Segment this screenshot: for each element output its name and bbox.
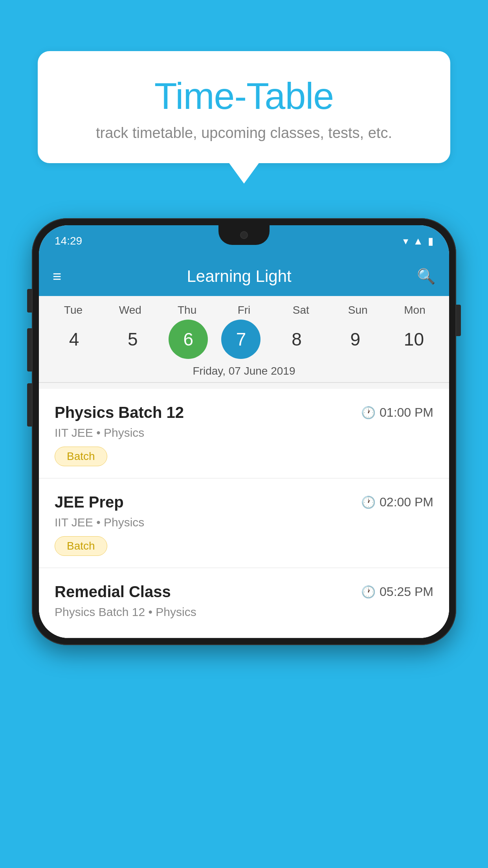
class-item-3-name: Remedial Class bbox=[55, 583, 171, 601]
signal-icon: ▲ bbox=[413, 235, 423, 247]
battery-icon: ▮ bbox=[428, 235, 433, 247]
class-item-1-meta: IIT JEE • Physics bbox=[55, 426, 433, 440]
calendar-strip: Tue Wed Thu Fri Sat Sun Mon 4 5 6 7 8 9 … bbox=[39, 296, 449, 389]
top-section: Time-Table track timetable, upcoming cla… bbox=[0, 0, 488, 163]
wifi-icon: ▾ bbox=[403, 235, 408, 247]
day-7-selected[interactable]: 7 bbox=[221, 320, 261, 359]
day-9[interactable]: 9 bbox=[333, 320, 378, 359]
class-item-2[interactable]: JEE Prep 🕐 02:00 PM IIT JEE • Physics Ba… bbox=[39, 478, 449, 568]
day-4[interactable]: 4 bbox=[51, 320, 97, 359]
class-item-3-header: Remedial Class 🕐 05:25 PM bbox=[55, 583, 433, 601]
power-button bbox=[456, 305, 461, 336]
day-label-tue: Tue bbox=[51, 304, 96, 316]
search-icon[interactable]: 🔍 bbox=[417, 268, 435, 285]
phone-mockup: 14:29 ▾ ▲ ▮ ≡ Learning Light 🔍 Tue bbox=[32, 218, 456, 645]
class-item-1[interactable]: Physics Batch 12 🕐 01:00 PM IIT JEE • Ph… bbox=[39, 389, 449, 478]
class-item-3-time-text: 05:25 PM bbox=[380, 585, 433, 599]
hamburger-icon[interactable]: ≡ bbox=[53, 268, 61, 285]
class-item-2-meta: IIT JEE • Physics bbox=[55, 516, 433, 529]
day-8[interactable]: 8 bbox=[274, 320, 319, 359]
notch bbox=[218, 225, 270, 245]
clock-icon-3: 🕐 bbox=[361, 585, 376, 599]
class-item-2-name: JEE Prep bbox=[55, 493, 124, 511]
day-label-sun: Sun bbox=[335, 304, 380, 316]
clock-icon-1: 🕐 bbox=[361, 406, 376, 419]
day-6-today[interactable]: 6 bbox=[169, 320, 208, 359]
class-item-1-time: 🕐 01:00 PM bbox=[361, 405, 433, 420]
volume-down-button bbox=[27, 383, 32, 427]
class-item-3[interactable]: Remedial Class 🕐 05:25 PM Physics Batch … bbox=[39, 568, 449, 638]
class-item-1-badge: Batch bbox=[55, 447, 107, 466]
day-label-fri: Fri bbox=[221, 304, 266, 316]
camera bbox=[240, 231, 248, 239]
bubble-subtitle: track timetable, upcoming classes, tests… bbox=[69, 125, 419, 142]
status-bar: 14:29 ▾ ▲ ▮ bbox=[39, 225, 449, 257]
bubble-title: Time-Table bbox=[69, 75, 419, 118]
status-icons: ▾ ▲ ▮ bbox=[403, 235, 433, 247]
day-headers: Tue Wed Thu Fri Sat Sun Mon bbox=[39, 304, 449, 316]
day-10[interactable]: 10 bbox=[391, 320, 437, 359]
class-item-1-name: Physics Batch 12 bbox=[55, 404, 184, 421]
calendar-divider bbox=[39, 382, 449, 383]
class-list: Physics Batch 12 🕐 01:00 PM IIT JEE • Ph… bbox=[39, 389, 449, 638]
class-item-1-header: Physics Batch 12 🕐 01:00 PM bbox=[55, 404, 433, 421]
mute-button bbox=[27, 289, 32, 313]
day-numbers: 4 5 6 7 8 9 10 bbox=[39, 320, 449, 359]
app-title: Learning Light bbox=[73, 267, 405, 286]
day-label-mon: Mon bbox=[392, 304, 437, 316]
class-item-2-time: 🕐 02:00 PM bbox=[361, 495, 433, 509]
phone-outer: 14:29 ▾ ▲ ▮ ≡ Learning Light 🔍 Tue bbox=[32, 218, 456, 645]
selected-date-label: Friday, 07 June 2019 bbox=[39, 365, 449, 382]
day-label-sat: Sat bbox=[278, 304, 323, 316]
class-item-2-header: JEE Prep 🕐 02:00 PM bbox=[55, 493, 433, 511]
speech-bubble: Time-Table track timetable, upcoming cla… bbox=[38, 51, 450, 163]
class-item-1-time-text: 01:00 PM bbox=[380, 405, 433, 420]
phone-screen: 14:29 ▾ ▲ ▮ ≡ Learning Light 🔍 Tue bbox=[39, 225, 449, 638]
class-item-3-meta: Physics Batch 12 • Physics bbox=[55, 605, 433, 619]
day-label-wed: Wed bbox=[108, 304, 153, 316]
day-label-thu: Thu bbox=[165, 304, 210, 316]
class-item-3-time: 🕐 05:25 PM bbox=[361, 585, 433, 599]
day-5[interactable]: 5 bbox=[110, 320, 155, 359]
volume-up-button bbox=[27, 328, 32, 371]
app-bar: ≡ Learning Light 🔍 bbox=[39, 257, 449, 296]
status-time: 14:29 bbox=[55, 235, 82, 247]
clock-icon-2: 🕐 bbox=[361, 495, 376, 509]
class-item-2-badge: Batch bbox=[55, 536, 107, 556]
class-item-2-time-text: 02:00 PM bbox=[380, 495, 433, 509]
